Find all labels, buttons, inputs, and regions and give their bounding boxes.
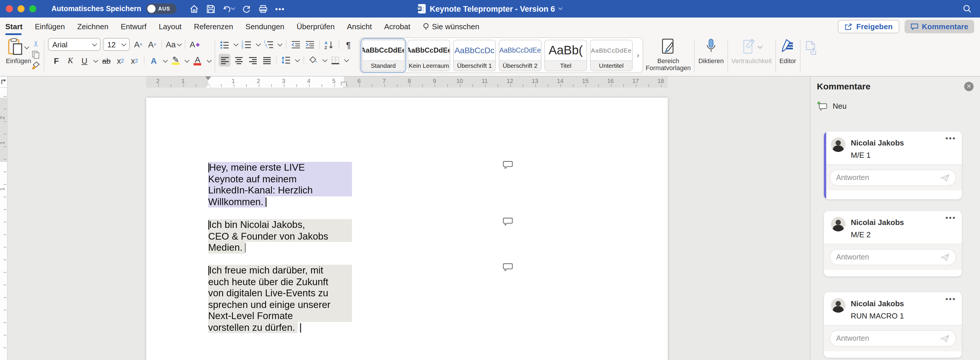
tab-acrobat[interactable]: Acrobat [384,22,410,31]
more-commands-icon[interactable]: ••• [275,5,285,13]
style-ueberschrift-1[interactable]: AaBbCcDc Überschrift 1 [453,40,496,71]
tab-sendungen[interactable]: Sendungen [246,22,285,31]
paragraph-2[interactable]: Ich bin Nicolai Jakobs, CEO & Founder vo… [208,219,352,253]
align-center-button[interactable] [233,54,245,67]
change-case-button[interactable]: Aa [166,38,181,51]
hanging-indent-marker[interactable] [205,84,211,88]
paste-chevron-icon[interactable] [25,44,30,49]
paragraph-1[interactable]: Hey, meine erste LIVE Keynote auf meinem… [208,162,352,208]
tab-ansicht[interactable]: Ansicht [347,22,372,31]
decrease-indent-button[interactable] [290,38,302,51]
underline-chevron-icon[interactable] [94,58,99,62]
style-kein-leerraum[interactable]: AaBbCcDdEe Kein Leerraum [407,40,450,71]
undo-icon[interactable] [223,5,234,13]
reply-box[interactable] [830,170,956,186]
font-name-select[interactable]: Arial [48,38,101,51]
print-icon[interactable] [258,5,267,13]
align-right-button[interactable] [247,54,259,67]
document-canvas[interactable]: Hey, meine erste LIVE Keynote auf meinem… [8,88,810,360]
close-window-button[interactable] [6,5,13,12]
reply-box[interactable] [830,330,956,347]
grow-font-button[interactable]: A˄ [132,38,144,51]
borders-chevron-icon[interactable] [345,57,349,62]
tab-tell-me[interactable]: Sie wünschen [423,22,479,31]
vertical-ruler[interactable]: 2 1 1 [0,88,8,360]
style-untertitel[interactable]: AaBbCcDdEe Untertitel [590,40,633,71]
bullets-chevron-icon[interactable] [234,41,239,46]
cut-button[interactable]: ✂ [32,40,40,47]
first-line-indent-marker[interactable] [205,76,211,80]
reply-input[interactable] [836,334,940,343]
comment-card-1[interactable]: ••• Nicolai Jakobs M/E 1 [824,132,962,199]
dictate-button[interactable]: Diktieren [698,36,724,76]
send-icon[interactable] [940,335,950,342]
format-painter-button[interactable] [31,61,41,70]
italic-button[interactable]: K [65,54,76,67]
home-icon[interactable] [189,5,199,13]
autosave-toggle[interactable]: AUS [146,3,176,14]
line-spacing-chevron-icon[interactable] [296,57,300,62]
title-chevron-icon[interactable] [558,6,563,10]
new-comment-button[interactable]: Neu [817,101,980,111]
strikethrough-button[interactable]: ab [100,54,112,67]
comment-marker-icon-3[interactable] [503,263,513,271]
search-icon[interactable] [963,4,972,13]
tab-layout[interactable]: Layout [159,22,181,31]
underline-button[interactable]: U [79,54,90,67]
comment-card-3[interactable]: ••• Nicolai Jakobs RUN MACRO 1 [824,292,962,358]
tab-entwurf[interactable]: Entwurf [121,22,146,31]
comment-menu-icon[interactable]: ••• [945,295,956,303]
paragraph-3[interactable]: Ich freue mich darüber, mit euch heute ü… [208,265,352,333]
comment-menu-icon[interactable]: ••• [945,134,956,143]
comment-marker-icon-1[interactable] [503,161,513,169]
numbering-button[interactable]: 123 [241,38,253,51]
bold-button[interactable]: F [51,54,62,67]
style-titel[interactable]: AaBb( Titel [544,40,587,71]
style-ueberschrift-2[interactable]: AaBbCcDdEe Überschrift 2 [499,40,541,71]
pilcrow-button[interactable]: ¶ [343,38,354,51]
font-color-button[interactable]: A [192,54,204,67]
reply-input[interactable] [836,253,940,261]
tab-zeichnen[interactable]: Zeichnen [77,22,108,31]
zoom-window-button[interactable] [29,5,36,12]
line-spacing-button[interactable] [280,54,292,67]
comment-card-2[interactable]: ••• Nicolai Jakobs M/E 2 [824,211,962,276]
horizontal-ruler[interactable]: 21123456789101112131415161718 [146,76,668,88]
minimize-window-button[interactable] [18,5,25,12]
paste-button[interactable] [8,38,29,56]
document-title[interactable]: Keynote Teleprompter - Version 6 [430,5,555,13]
sort-button[interactable]: AZ [323,38,335,51]
tab-ueberpruefen[interactable]: Überprüfen [297,22,335,31]
comment-marker-icon-2[interactable] [503,217,513,225]
align-left-button[interactable] [219,54,231,67]
undo-chevron-icon[interactable] [231,6,235,10]
shading-button[interactable] [307,54,319,67]
styles-pane-button[interactable]: Bereich Formatvorlagen [646,36,691,76]
send-icon[interactable] [940,253,950,261]
editor-button[interactable]: Editor [780,36,796,76]
tab-stop-selector[interactable] [0,76,8,88]
shrink-font-button[interactable]: A˅ [146,38,158,51]
redo-icon[interactable] [242,5,251,13]
highlight-button[interactable]: ✎ [170,54,181,67]
multilevel-list-button[interactable]: 1ai [263,38,275,51]
close-comments-icon[interactable]: ✕ [964,81,974,91]
bullets-button[interactable] [219,38,231,51]
comments-toggle-button[interactable]: Kommentare [904,20,974,33]
reply-box[interactable] [830,249,956,265]
send-icon[interactable] [940,174,950,181]
style-standard[interactable]: AaBbCcDdEe Standard [362,40,405,71]
subscript-button[interactable]: x2 [115,54,126,67]
comment-menu-icon[interactable]: ••• [945,213,956,222]
borders-button[interactable] [329,54,341,67]
clear-formatting-button[interactable]: A◆ [189,38,200,51]
multilevel-chevron-icon[interactable] [278,41,283,46]
reply-input[interactable] [836,174,940,182]
document-page[interactable]: Hey, meine erste LIVE Keynote auf meinem… [146,98,668,360]
shading-chevron-icon[interactable] [323,57,328,62]
copy-button[interactable] [32,50,40,59]
increase-indent-button[interactable] [304,38,316,51]
save-icon[interactable] [206,5,215,13]
share-button[interactable]: Freigeben [838,20,899,33]
numbering-chevron-icon[interactable] [256,41,261,46]
